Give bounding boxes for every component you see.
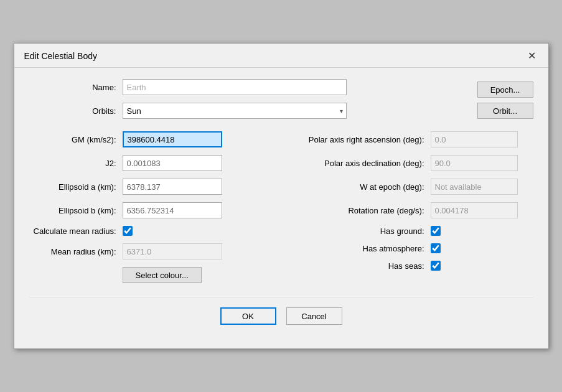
edit-celestial-body-dialog: Edit Celestial Body ✕ Name: Orbits: Sun … <box>14 43 549 349</box>
rotation-rate-input[interactable] <box>431 202 518 218</box>
gm-input[interactable] <box>123 131 222 147</box>
name-label: Name: <box>29 83 123 92</box>
w-at-epoch-label: W at epoch (deg): <box>288 182 431 192</box>
has-atmosphere-row: Has atmosphere: <box>288 243 533 253</box>
dialog-body: Name: Orbits: Sun None Earth Mars Jupite… <box>14 68 548 348</box>
j2-label: J2: <box>29 159 123 168</box>
rotation-rate-row: Rotation rate (deg/s): <box>288 202 533 218</box>
has-seas-row: Has seas: <box>288 261 533 271</box>
w-at-epoch-input <box>431 179 518 195</box>
name-row: Name: <box>29 79 465 95</box>
left-column: GM (km/s2): J2: Ellipsoid a (km): Ellips… <box>29 131 275 291</box>
ellipsoid-a-label: Ellipsoid a (km): <box>29 182 123 192</box>
orbits-row: Orbits: Sun None Earth Mars Jupiter ▾ <box>29 103 465 119</box>
polar-axis-dec-input[interactable] <box>431 155 518 171</box>
has-atmosphere-label: Has atmosphere: <box>288 244 431 253</box>
polar-axis-ra-row: Polar axis right ascension (deg): <box>288 131 533 147</box>
calc-mean-radius-checkbox-cell <box>123 226 133 236</box>
dialog-footer: OK Cancel <box>29 297 533 337</box>
ellipsoid-b-row: Ellipsoid b (km): <box>29 202 275 218</box>
calc-mean-radius-label: Calculate mean radius: <box>29 226 123 236</box>
gm-row: GM (km/s2): <box>29 131 275 147</box>
has-ground-checkbox-cell <box>431 226 441 236</box>
right-column: Polar axis right ascension (deg): Polar … <box>275 131 533 291</box>
ellipsoid-a-row: Ellipsoid a (km): <box>29 179 275 195</box>
main-content-grid: GM (km/s2): J2: Ellipsoid a (km): Ellips… <box>29 131 533 291</box>
w-at-epoch-row: W at epoch (deg): <box>288 179 533 195</box>
gm-label: GM (km/s2): <box>29 135 123 144</box>
has-seas-label: Has seas: <box>288 261 431 271</box>
polar-axis-ra-input[interactable] <box>431 131 518 147</box>
mean-radius-input <box>123 243 222 259</box>
has-ground-label: Has ground: <box>288 226 431 236</box>
ellipsoid-a-input[interactable] <box>123 179 222 195</box>
has-atmosphere-checkbox-cell <box>431 243 441 253</box>
title-bar: Edit Celestial Body ✕ <box>14 44 548 68</box>
orbits-select-wrapper: Sun None Earth Mars Jupiter ▾ <box>123 103 347 119</box>
close-button[interactable]: ✕ <box>525 51 538 61</box>
has-ground-checkbox[interactable] <box>431 226 441 236</box>
j2-row: J2: <box>29 155 275 171</box>
polar-axis-ra-label: Polar axis right ascension (deg): <box>288 135 431 144</box>
cancel-button[interactable]: Cancel <box>286 307 342 325</box>
has-seas-checkbox-cell <box>431 261 441 271</box>
has-ground-row: Has ground: <box>288 226 533 236</box>
name-input[interactable] <box>123 79 347 95</box>
j2-input[interactable] <box>123 155 222 171</box>
ellipsoid-b-input[interactable] <box>123 202 222 218</box>
orbit-button[interactable]: Orbit... <box>477 103 533 119</box>
mean-radius-row: Mean radius (km): <box>29 243 275 259</box>
dialog-title: Edit Celestial Body <box>24 51 98 61</box>
has-seas-checkbox[interactable] <box>431 261 441 271</box>
orbits-select[interactable]: Sun None Earth Mars Jupiter <box>123 103 347 119</box>
polar-axis-dec-label: Polar axis declination (deg): <box>288 159 431 168</box>
ellipsoid-b-label: Ellipsoid b (km): <box>29 206 123 215</box>
epoch-button[interactable]: Epoch... <box>477 82 533 98</box>
select-colour-row: Select colour... <box>29 267 275 283</box>
mean-radius-label: Mean radius (km): <box>29 247 123 256</box>
has-atmosphere-checkbox[interactable] <box>431 243 441 253</box>
ok-button[interactable]: OK <box>220 307 276 325</box>
calc-mean-radius-row: Calculate mean radius: <box>29 226 275 236</box>
select-colour-button[interactable]: Select colour... <box>123 267 202 283</box>
orbits-label: Orbits: <box>29 106 123 116</box>
rotation-rate-label: Rotation rate (deg/s): <box>288 206 431 215</box>
polar-axis-dec-row: Polar axis declination (deg): <box>288 155 533 171</box>
calc-mean-radius-checkbox[interactable] <box>123 226 133 236</box>
